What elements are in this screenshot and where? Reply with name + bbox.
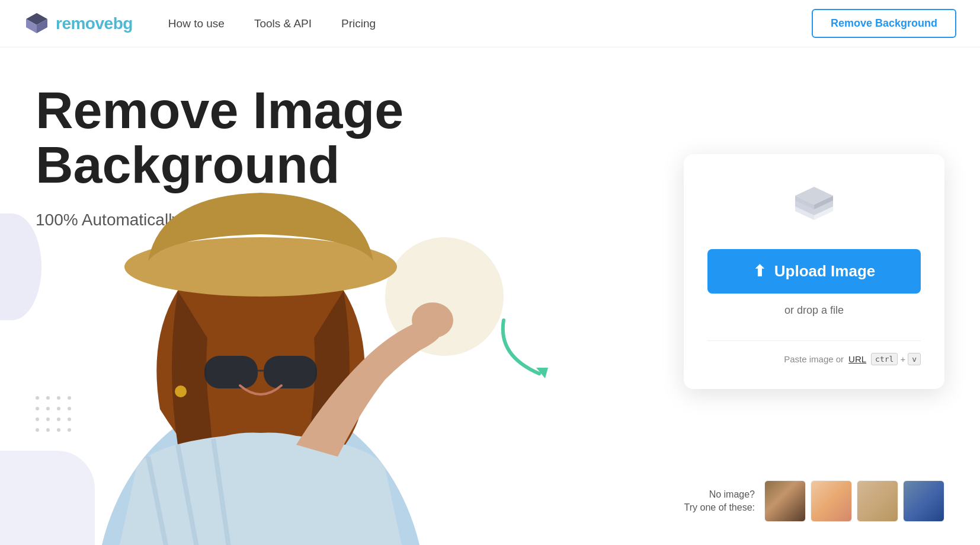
nav-tools-api[interactable]: Tools & API [254, 17, 312, 30]
sample-thumbnail-object[interactable] [857, 480, 898, 522]
upload-arrow-icon: ⬆ [753, 262, 766, 281]
sample-thumbnail-car[interactable] [903, 480, 944, 522]
sample-thumbnails [764, 480, 944, 522]
main-nav: How to use Tools & API Pricing [168, 17, 812, 30]
svg-rect-7 [204, 356, 258, 388]
sample-thumbnail-person[interactable] [764, 480, 806, 522]
svg-rect-8 [264, 356, 317, 388]
or-drop-text: or drop a file [784, 304, 844, 317]
card-divider [707, 340, 921, 341]
hero-section: Remove Image Background 100% Automatical… [0, 47, 980, 545]
hero-image [30, 101, 492, 545]
header: removebg How to use Tools & API Pricing … [0, 0, 980, 47]
upload-card: ⬆ Upload Image or drop a file Paste imag… [684, 154, 944, 389]
logo[interactable]: removebg [24, 11, 133, 37]
sample-thumbnail-food[interactable] [811, 480, 852, 522]
paste-url-link[interactable]: URL [848, 354, 866, 364]
nav-pricing[interactable]: Pricing [341, 17, 376, 30]
logo-text: removebg [56, 14, 133, 33]
layers-icon [790, 184, 838, 225]
upload-icon-area [790, 184, 838, 228]
logo-icon [24, 11, 50, 37]
paste-label: Paste image or [784, 354, 844, 364]
upload-image-button[interactable]: ⬆ Upload Image [707, 249, 921, 294]
remove-background-button[interactable]: Remove Background [812, 9, 956, 38]
nav-how-to-use[interactable]: How to use [168, 17, 225, 30]
sample-label: No image? Try one of these: [684, 488, 755, 515]
curved-arrow [492, 308, 569, 385]
paste-area: Paste image or URL ctrl + v [707, 353, 921, 365]
woman-illustration [30, 101, 492, 545]
kbd-v: v [908, 353, 921, 365]
svg-point-14 [175, 385, 187, 397]
svg-point-13 [412, 302, 453, 338]
keyboard-shortcut: ctrl + v [871, 353, 921, 365]
sample-images-row: No image? Try one of these: [684, 480, 944, 522]
kbd-ctrl: ctrl [871, 353, 898, 365]
kbd-plus: + [900, 354, 905, 364]
